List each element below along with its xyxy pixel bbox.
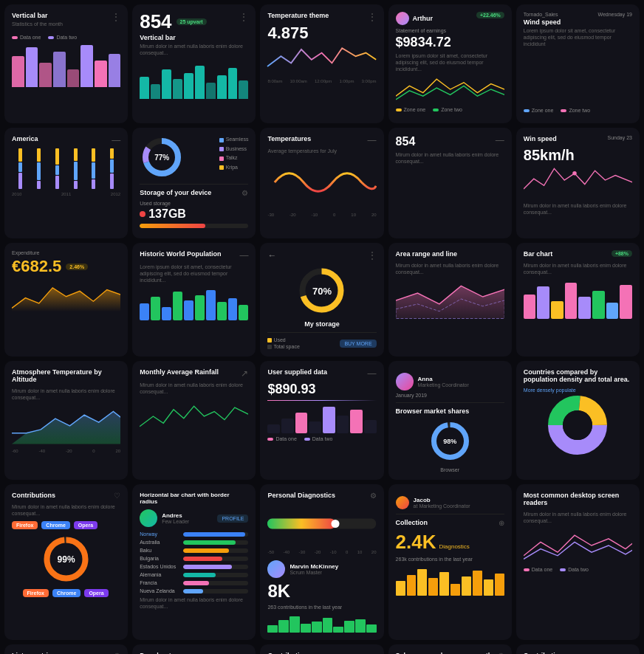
legend: Zone one Zone two xyxy=(396,107,504,112)
historic-title: Historic World Population xyxy=(140,250,221,258)
gear-icon2[interactable]: ⚙ xyxy=(370,492,377,500)
buy-more-button[interactable]: BUY MORE xyxy=(340,340,376,348)
bar-chart-2 xyxy=(140,62,248,99)
tag-opera: Opera xyxy=(74,521,97,529)
collection-title: Collection xyxy=(396,519,428,526)
svg-point-15 xyxy=(563,410,592,440)
list-countries-card: List countries ⚙ Germany France Spain Ir… xyxy=(4,644,128,654)
temp-subtitle: Average temperatures for July xyxy=(267,148,376,154)
contrib-tags2: Firefox Chrome Opera xyxy=(12,589,120,597)
america-bars xyxy=(12,148,120,189)
gear-icon[interactable]: ⚙ xyxy=(242,189,248,197)
temperature-theme-card: Temperature theme ⋮ 4.875 8:00am10:00am1… xyxy=(260,4,383,123)
tag-firefox: Firefox xyxy=(12,521,38,529)
desktop-readers-card: Most common desktop screen readers Mirum… xyxy=(516,484,640,640)
vertical-bar-card: Vertical bar Statistics of the month ⋮ D… xyxy=(4,4,128,123)
tornado-header: Tornado_Sales xyxy=(524,12,558,17)
area-title: Area range and line xyxy=(396,250,458,258)
collection-icon[interactable]: ⊕ xyxy=(499,519,504,527)
tornado-date: Wednesday 19 xyxy=(597,12,632,17)
donut-99: 99% xyxy=(12,535,120,583)
my-storage-title: My storage xyxy=(267,320,376,328)
bar-chart-bars xyxy=(524,278,632,319)
bar-chart-title: Bar chart xyxy=(524,250,553,258)
more-icon[interactable]: — xyxy=(368,368,377,379)
wind-desc: Lorem ipsum dolor sit amet, consectetur … xyxy=(524,27,632,47)
win-speed-card: Win speed Sunday 23 85km/h Mirum dolor i… xyxy=(516,128,640,238)
temp-x-axis: -30-20-1001020 xyxy=(267,213,376,217)
more-icon[interactable]: — xyxy=(496,135,504,145)
readers-chart xyxy=(524,527,632,564)
collection-value: 2.4K xyxy=(396,531,436,554)
svg-rect-19 xyxy=(267,519,335,529)
anna-role: Marketing Coordinator xyxy=(418,382,469,388)
contrib-download-card: Contributions Balance of downloads of th… xyxy=(516,644,640,654)
sales-employee-card: Sales per employee per month ⚙ 263 contr… xyxy=(388,644,512,654)
donut-legend: Seamless Business Talkz Kripa xyxy=(219,135,249,172)
heart-icon[interactable]: ♡ xyxy=(114,492,120,500)
temp-snake-chart xyxy=(267,156,376,208)
my-storage-card: ← ⋮ 70% My storage Used Total space BUY … xyxy=(260,243,383,357)
marvin-value: 8K xyxy=(267,581,376,602)
atm-title: Atmosphere Temperature by Altitude xyxy=(12,368,120,383)
jacob-role: at Marketing Coordinator xyxy=(414,503,470,509)
readers-legend: Data one Data two xyxy=(524,567,632,572)
bar-chart-card: Bar chart +88% Mirum dolor in amet nulla… xyxy=(516,243,640,357)
storage-device-card: 77% Seamless Business Talkz Kripa Storag… xyxy=(132,128,256,238)
hbar-subtitle: Mirum dolor in amet nulla laboris enim d… xyxy=(140,596,248,610)
card-title: Vertical bar xyxy=(12,12,63,19)
win-title: Win speed xyxy=(524,135,557,142)
contrib-tags: Firefox Chrome Opera xyxy=(12,521,120,529)
andres-name: Andres xyxy=(162,512,213,519)
hbar-title: Horizontal bar chart with border radius xyxy=(140,492,248,505)
pd-title: Personal Diagnostics xyxy=(267,492,335,499)
historic-world-card: Historic World Population — Lorem ipsum … xyxy=(132,243,256,357)
more-icon[interactable]: ⋮ xyxy=(368,12,377,22)
america-card: America — xyxy=(4,128,128,238)
bar-subtitle: Mirum dolor in amet nulla laboris enim d… xyxy=(524,262,632,275)
tag-firefox2: Firefox xyxy=(23,589,49,597)
marvin-avatar xyxy=(267,560,285,578)
jacob-avatar xyxy=(396,496,409,509)
storage-title: Storage of your device xyxy=(140,189,211,196)
browser-title: Browser market shares xyxy=(396,407,504,415)
jacob-collection-card: Jacob at Marketing Coordinator Collectio… xyxy=(388,484,512,640)
exp-badge: 2.46% xyxy=(66,264,88,270)
marvin-profile: Marvin McKinney Scrum Master xyxy=(267,560,376,578)
subtitle-title: Vertical bar xyxy=(140,34,248,41)
section-label: Statement of earnings xyxy=(396,28,504,33)
more-icon[interactable]: — xyxy=(368,135,377,145)
exp-value: €682.5 xyxy=(12,257,61,276)
contributions-tags-card: Contributions ♡ Mirum dolor in amet null… xyxy=(4,484,128,640)
readers-subtitle: Mirum dolor in amet nulla laboris enim d… xyxy=(524,511,632,524)
more-icon[interactable]: ⋮ xyxy=(112,12,120,22)
andres-hbar-card: Horizontal bar chart with border radius … xyxy=(132,484,256,640)
more-icon[interactable]: — xyxy=(112,135,120,145)
more-icon[interactable]: ⋮ xyxy=(239,12,248,22)
temperatures-card: Temperatures — Average temperatures for … xyxy=(260,128,383,238)
back-icon[interactable]: ← xyxy=(267,250,276,261)
anna-profile: Anna Marketing Coordinator xyxy=(396,373,504,390)
america-title: America xyxy=(12,135,38,142)
contrib-bottom-card: Contributions Mirum dolor in amet nulla … xyxy=(260,644,383,654)
win-value: 85km/h xyxy=(524,147,632,164)
wind-title: Wind speed xyxy=(524,18,632,26)
storage-used2: Used xyxy=(273,337,285,343)
share-icon[interactable]: ↗ xyxy=(241,368,248,379)
countries-title: Countries compared by population density… xyxy=(524,368,632,383)
854-subtitle: Mirum dolor in amet nulla laboris enim d… xyxy=(396,151,504,165)
andres-profile: Andres Few Leader PROFILE xyxy=(140,509,248,527)
legend: Data one Data two xyxy=(12,35,120,40)
pd-axis: -50-40-30-20-1001020 xyxy=(267,550,376,554)
area-subtitle: Mirum dolor in amet nulla laboris enim d… xyxy=(396,262,504,275)
svg-marker-7 xyxy=(396,286,504,319)
tag-chrome: Chrome xyxy=(41,521,69,529)
more-icon[interactable]: ⋮ xyxy=(368,250,377,261)
storage-total: Total space xyxy=(273,344,299,349)
doughnut-card: Doughnut Browser shares of a specific we… xyxy=(132,644,256,654)
svg-point-3 xyxy=(572,171,577,176)
andres-profile-button[interactable]: PROFILE xyxy=(217,514,248,523)
more-icon[interactable]: — xyxy=(239,250,248,261)
historic-bars xyxy=(140,287,248,320)
card-subtitle: Statistics of the month xyxy=(12,21,63,27)
